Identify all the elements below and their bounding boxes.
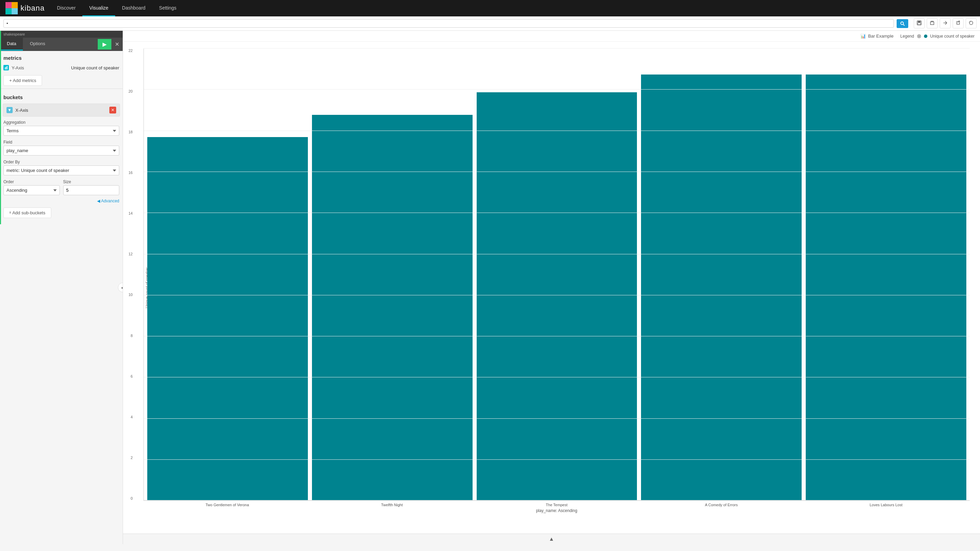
y-tick-16: 16	[129, 170, 132, 175]
x-axis-collapse-icon[interactable]: ▼	[6, 107, 13, 113]
bar-4[interactable]	[806, 75, 966, 500]
scroll-up-button[interactable]: ▲	[123, 533, 980, 544]
search-button[interactable]	[897, 19, 908, 28]
main-layout: shakespeare Data Options ▶ ✕ metrics	[0, 31, 980, 544]
chart-title: 📊 Bar Example	[861, 33, 893, 39]
order-by-select[interactable]: metric: Unique count of speaker	[3, 166, 119, 175]
x-label-3: A Comedy of Errors	[641, 503, 802, 507]
metrics-section-title: metrics	[0, 51, 123, 63]
bar-3[interactable]	[641, 75, 802, 500]
tab-data[interactable]: Data	[0, 38, 23, 51]
run-button[interactable]: ▶	[98, 39, 111, 49]
panel-tab-actions: ▶ ✕	[98, 38, 123, 51]
kibana-logo: kibana	[0, 0, 50, 16]
svg-rect-9	[5, 67, 5, 69]
order-group: Order Ascending Descending	[3, 180, 60, 195]
add-sub-buckets-button[interactable]: ˠ Add sub-buckets	[3, 207, 51, 218]
grid-line-22	[144, 48, 970, 49]
bar-1[interactable]	[312, 115, 473, 500]
nav-dashboard[interactable]: Dashboard	[115, 0, 153, 16]
nav-discover[interactable]: Discover	[50, 0, 82, 16]
save-button[interactable]	[914, 19, 924, 29]
top-navigation: kibana Discover Visualize Dashboard Sett…	[0, 0, 980, 16]
chart-area: 📊 Bar Example Legend ⊗ Unique count of s…	[123, 31, 980, 544]
svg-rect-11	[7, 66, 8, 69]
x-axis-delete-button[interactable]: ✕	[109, 107, 116, 113]
y-tick-8: 8	[129, 334, 132, 338]
save-icon	[917, 21, 921, 25]
bars-area: 22 20 18 16 14 12 10 8 6 4 2 0	[143, 49, 970, 501]
y-axis-icon	[3, 65, 9, 70]
export-button[interactable]	[953, 19, 964, 29]
x-axis-labels: Two Gentlemen of Verona Twelfth Night Th…	[143, 501, 970, 507]
size-group: Size	[63, 180, 119, 195]
legend-area: Legend ⊗ Unique count of speaker	[900, 33, 975, 39]
chart-title-text: Bar Example	[868, 33, 893, 39]
close-button[interactable]: ✕	[111, 39, 123, 49]
kibana-brand-text: kibana	[21, 4, 45, 13]
size-input[interactable]	[63, 185, 119, 195]
bar-group-4	[806, 52, 966, 500]
y-tick-14: 14	[129, 211, 132, 215]
panel-collapse-toggle[interactable]: ◀	[118, 283, 123, 292]
svg-rect-3	[12, 8, 18, 14]
bar-group-2	[477, 52, 637, 500]
search-input[interactable]	[6, 21, 891, 26]
svg-line-5	[904, 24, 905, 25]
x-axis-header: ▼ X-Axis ✕	[3, 104, 120, 116]
panel-tabs: Data Options ▶ ✕	[0, 38, 123, 51]
search-icon	[900, 21, 905, 26]
aggregation-group: Aggregation Terms	[0, 118, 123, 138]
y-tick-22: 22	[129, 49, 132, 53]
refresh-button[interactable]	[966, 19, 977, 29]
y-tick-18: 18	[129, 130, 132, 134]
legend-toggle[interactable]: ⊗	[917, 33, 921, 39]
refresh-icon	[969, 21, 974, 25]
svg-rect-8	[918, 23, 921, 25]
y-tick-20: 20	[129, 89, 132, 93]
x-label-1: Twelfth Night	[312, 503, 472, 507]
bar-2[interactable]	[477, 92, 637, 500]
buckets-section: buckets ▼ X-Axis ✕ Aggregation Terms Fie…	[0, 90, 123, 224]
export-icon	[956, 21, 961, 25]
load-icon	[930, 21, 935, 25]
y-axis-label: Y-Axis	[12, 65, 24, 70]
advanced-link: ◀ Advanced	[0, 197, 123, 205]
legend-label: Legend	[900, 34, 914, 39]
order-size-row: Order Ascending Descending Size	[0, 177, 123, 197]
load-button[interactable]	[927, 19, 938, 29]
chart-title-bar: 📊 Bar Example Legend ⊗ Unique count of s…	[123, 31, 980, 42]
tab-options[interactable]: Options	[23, 38, 52, 51]
svg-rect-10	[6, 67, 6, 69]
nav-visualize[interactable]: Visualize	[82, 0, 115, 16]
svg-rect-1	[12, 2, 18, 8]
field-label: Field	[3, 140, 119, 145]
chart-inner: 22 20 18 16 14 12 10 8 6 4 2 0	[143, 49, 970, 513]
bar-0[interactable]	[147, 137, 308, 500]
svg-rect-0	[5, 2, 12, 8]
y-axis-row: Y-Axis Unique count of speaker	[0, 63, 123, 72]
order-by-label: Order By	[3, 159, 119, 164]
toolbar-icons	[914, 19, 977, 29]
left-panel: shakespeare Data Options ▶ ✕ metrics	[0, 31, 123, 544]
aggregation-label: Aggregation	[3, 120, 119, 125]
y-tick-6: 6	[129, 374, 132, 378]
svg-point-4	[901, 22, 904, 25]
aggregation-select[interactable]: Terms	[3, 126, 119, 136]
bar-chart-title-icon: 📊	[861, 33, 866, 39]
bar-group-1	[312, 52, 473, 500]
share-icon	[943, 21, 948, 25]
order-by-group: Order By metric: Unique count of speaker	[0, 158, 123, 177]
y-tick-labels: 22 20 18 16 14 12 10 8 6 4 2 0	[129, 49, 132, 500]
y-axis-value: Unique count of speaker	[71, 65, 119, 70]
advanced-toggle[interactable]: ◀ Advanced	[97, 199, 119, 203]
buckets-section-title: buckets	[0, 90, 123, 102]
field-select[interactable]: play_name	[3, 146, 119, 156]
add-metrics-button[interactable]: + Add metrics	[3, 75, 42, 86]
order-select[interactable]: Ascending Descending	[3, 185, 60, 195]
x-axis-label: X-Axis	[15, 108, 29, 113]
nav-settings[interactable]: Settings	[153, 0, 183, 16]
share-button[interactable]	[940, 19, 951, 29]
y-tick-4: 4	[129, 415, 132, 419]
search-bar-area	[0, 16, 980, 31]
